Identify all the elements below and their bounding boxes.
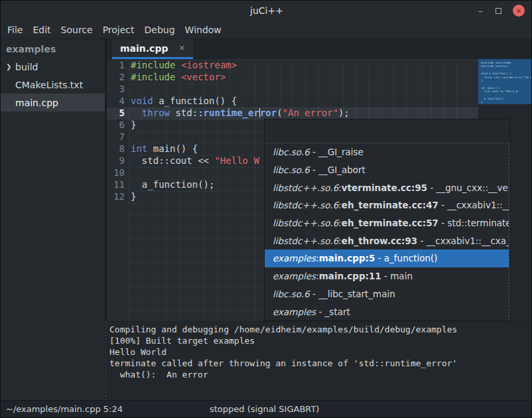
backtrace-function: - __cxxabiv1::__cxa_thro [417, 236, 509, 246]
backtrace-library: libstdc++.so.6 [273, 236, 338, 246]
code-token: std::cout << [131, 155, 214, 166]
line-number: 1 [107, 60, 129, 72]
backtrace-item[interactable]: libstdc++.so.6:vterminate.cc:95 - __gnu_… [265, 178, 509, 196]
status-debug-state: stopped (signal SIGABRT) [210, 404, 319, 414]
code-token: ror [260, 107, 277, 118]
code-token [131, 107, 142, 118]
backtrace-library: libc.so.6 [273, 165, 310, 175]
code-line: #include <iostream> [129, 60, 478, 72]
line-number: 11 [107, 179, 129, 191]
sidebar-item-label: CMakeLists.txt [15, 80, 83, 90]
tab-main-cpp[interactable]: main.cpp ✕ [112, 39, 193, 59]
backtrace-file-line: main.cpp:5 [319, 253, 375, 263]
terminal-divider [105, 321, 106, 400]
backtrace-item[interactable]: examples:main.cpp:11 - main [265, 267, 509, 285]
menu-item-window[interactable]: Window [185, 25, 222, 35]
backtrace-item[interactable]: libc.so.6 - __libc_start_main [265, 285, 509, 303]
terminal-line: terminate called after throwing an insta… [109, 358, 532, 369]
code-token: throw [142, 107, 170, 118]
line-number: 8 [107, 143, 129, 155]
backtrace-file-line: eh_throw.cc:93 [342, 236, 417, 246]
backtrace-library: libc.so.6 [273, 289, 310, 299]
backtrace-function: - a_function() [375, 253, 437, 263]
line-number: 6 [107, 119, 129, 131]
title-bar: juCi++ – ✕ [1, 1, 532, 21]
backtrace-item[interactable]: libc.so.6 - __GI_abort [265, 161, 509, 179]
code-token: <iostream> [181, 60, 237, 70]
backtrace-item[interactable]: libstdc++.so.6:eh_terminate.cc:57 - std:… [265, 214, 509, 232]
code-token: a_function() { [153, 96, 237, 106]
menu-bar: FileEditSourceProjectDebugWindow [1, 21, 532, 39]
backtrace-library: libc.so.6 [273, 147, 310, 157]
code-token: std:: [170, 107, 204, 118]
terminal-line: what(): An error [109, 369, 532, 380]
line-number: 12 [107, 191, 129, 203]
status-bar: ~/examples/main.cpp 5:24 stopped (signal… [1, 400, 532, 418]
line-number: 2 [107, 72, 129, 84]
backtrace-library: examples [273, 307, 316, 317]
code-token [175, 72, 180, 82]
code-token: runtime_er [204, 107, 259, 118]
backtrace-file-line: eh_terminate.cc:47 [342, 200, 438, 210]
code-token: #include [131, 60, 175, 70]
chevron-right-icon: ❯ [6, 63, 15, 70]
sidebar-item-build[interactable]: ❯build [1, 58, 105, 76]
window-controls: – ✕ [477, 1, 525, 21]
menu-item-project[interactable]: Project [103, 25, 135, 35]
minimize-icon[interactable]: – [477, 1, 484, 21]
sidebar-item-label: build [15, 62, 38, 72]
line-number: 7 [107, 131, 129, 143]
backtrace-library: libstdc++.so.6 [273, 200, 338, 210]
backtrace-function: - __cxxabiv1::__tern [438, 200, 509, 210]
code-token: "An error" [283, 107, 338, 118]
code-line: #include <vector> [129, 72, 478, 84]
code-token: ( [277, 107, 282, 118]
menu-item-source[interactable]: Source [61, 25, 93, 35]
backtrace-function: - __GI_raise [310, 147, 364, 157]
terminal-output[interactable]: Compiling and debugging /home/eidheim/ex… [107, 321, 532, 400]
terminal-line: Compiling and debugging /home/eidheim/ex… [109, 324, 532, 335]
menu-item-file[interactable]: File [7, 25, 23, 35]
file-tree: ❯buildCMakeLists.txtmain.cpp [1, 58, 105, 111]
terminal-line: [100%] Built target examples [109, 335, 532, 346]
backtrace-item[interactable]: libstdc++.so.6:eh_throw.cc:93 - __cxxabi… [265, 232, 509, 249]
minimap-line: throw std::runtime_error("An error"); [481, 76, 531, 79]
tab-close-icon[interactable]: ✕ [178, 44, 184, 52]
restore-icon[interactable] [496, 8, 501, 14]
code-token: void [131, 96, 153, 106]
backtrace-item[interactable]: examples:main.cpp:5 - a_function() [265, 249, 509, 267]
close-icon[interactable]: ✕ [513, 5, 525, 17]
code-line: void a_function() { [129, 96, 478, 107]
code-token: ); [338, 107, 350, 118]
backtrace-item[interactable]: libstdc++.so.6:eh_terminate.cc:47 - __cx… [265, 196, 509, 214]
line-number: 3 [107, 84, 129, 96]
line-number: 4 [107, 96, 129, 107]
code-token [175, 60, 180, 70]
code-token: main() { [147, 143, 198, 154]
line-number: 5 [107, 107, 129, 119]
menu-item-edit[interactable]: Edit [33, 25, 50, 35]
sidebar-item-main-cpp[interactable]: main.cpp [1, 94, 105, 111]
sidebar: examples ❯buildCMakeLists.txtmain.cpp [1, 39, 105, 400]
overview-map[interactable]: #include <iostream>#include <vector> voi… [478, 59, 531, 104]
backtrace-function: - _start [316, 307, 350, 317]
minimap-line: } [481, 100, 531, 104]
backtrace-function: - std::terminate() [438, 218, 509, 228]
line-number: 9 [107, 155, 129, 167]
code-token: #include [131, 72, 175, 82]
backtrace-item[interactable]: libc.so.6 - __GI_raise [265, 143, 509, 161]
backtrace-file-line: eh_terminate.cc:57 [342, 218, 438, 228]
code-token: int [131, 143, 147, 154]
code-token: } [131, 191, 136, 202]
backtrace-function: - __libc_start_main [310, 289, 395, 299]
backtrace-library: libstdc++.so.6 [273, 182, 338, 193]
code-token: } [131, 119, 136, 130]
window-title: juCi++ [1, 1, 532, 21]
backtrace-item[interactable]: examples - _start [265, 303, 509, 320]
code-token: <vector> [181, 72, 226, 82]
menu-item-debug[interactable]: Debug [145, 25, 175, 35]
backtrace-file-line: main.cpp:11 [319, 271, 381, 281]
status-file-location: ~/examples/main.cpp 5:24 [6, 404, 123, 414]
backtrace-popup: libc.so.6 - __GI_raiselibc.so.6 - __GI_a… [264, 119, 510, 321]
sidebar-item-cmakelists-txt[interactable]: CMakeLists.txt [1, 76, 105, 94]
